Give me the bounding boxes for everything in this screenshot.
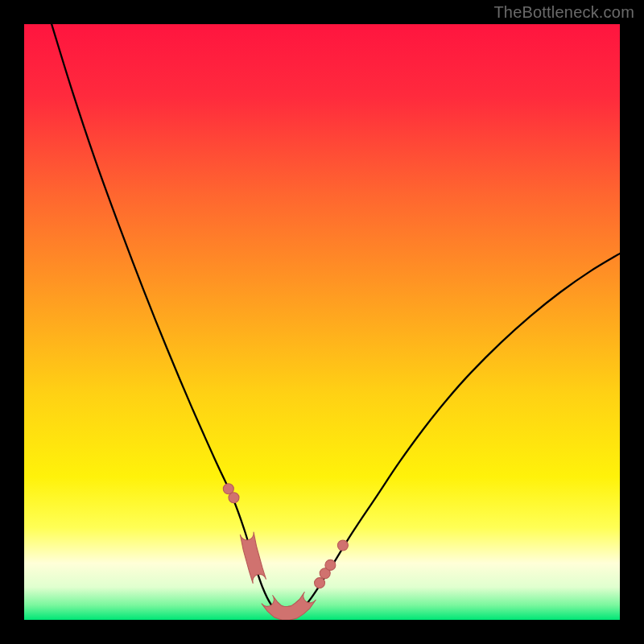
gradient-background (24, 24, 620, 620)
marker-point (229, 493, 239, 503)
watermark-text: TheBottleneck.com (493, 3, 634, 22)
marker-point (315, 578, 325, 588)
marker-point (337, 540, 348, 551)
plot-area (24, 24, 620, 620)
plot-svg (24, 24, 620, 620)
app-frame: TheBottleneck.com (0, 0, 644, 644)
marker-point (325, 559, 336, 570)
